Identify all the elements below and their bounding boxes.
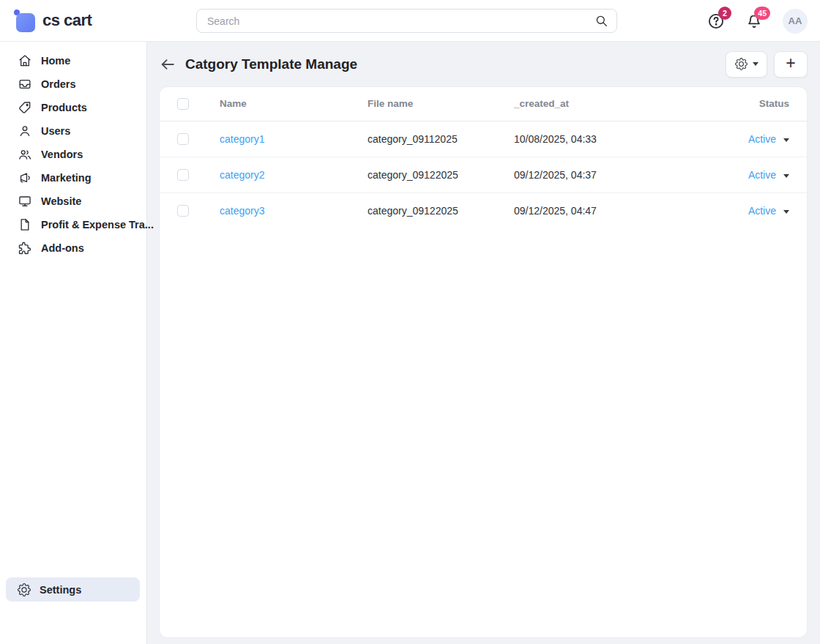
main-content: Catgory Template Manage +: [147, 42, 820, 644]
sidebar-item-label: Website: [41, 195, 81, 207]
home-icon: [18, 53, 32, 68]
app-root: cs cart 2: [0, 0, 820, 644]
orders-icon: [18, 77, 32, 91]
status-link[interactable]: Active: [748, 133, 776, 145]
search-icon[interactable]: [594, 14, 608, 28]
sidebar-item-label: Settings: [40, 584, 81, 596]
templates-table: Name File name _created_at Status catego…: [160, 87, 807, 228]
logo-text: cs cart: [42, 11, 92, 30]
user-icon: [18, 124, 32, 138]
sidebar-item-profit-expense[interactable]: Profit & Expense Tra...: [0, 213, 146, 236]
sidebar-item-website[interactable]: Website: [0, 190, 146, 213]
row-checkbox[interactable]: [177, 169, 189, 181]
status-chevron-down-icon[interactable]: [783, 174, 789, 178]
sidebar-item-label: Users: [41, 125, 70, 137]
help-button[interactable]: 2: [707, 12, 726, 31]
row-checkbox[interactable]: [177, 205, 189, 217]
sidebar-item-label: Vendors: [41, 149, 83, 160]
back-button[interactable]: [157, 54, 178, 75]
puzzle-icon: [18, 241, 32, 255]
table-row: category2 category_09122025 09/12/2025, …: [160, 157, 807, 192]
top-header: cs cart 2: [0, 0, 820, 42]
column-header-file-name: File name: [368, 87, 514, 121]
avatar[interactable]: AA: [783, 9, 808, 34]
sidebar-item-label: Marketing: [41, 172, 92, 184]
status-link[interactable]: Active: [748, 169, 776, 181]
sidebar-item-addons[interactable]: Add-ons: [0, 236, 146, 260]
sidebar-item-label: Products: [41, 102, 87, 113]
select-all-checkbox[interactable]: [177, 98, 189, 110]
add-button[interactable]: +: [774, 51, 808, 78]
document-icon: [18, 217, 32, 232]
category-link[interactable]: category1: [220, 133, 264, 145]
notifications-button[interactable]: 45: [745, 12, 764, 31]
file-name-cell: category_09122025: [368, 157, 514, 192]
search-input[interactable]: [196, 9, 617, 33]
status-link[interactable]: Active: [748, 205, 776, 217]
status-chevron-down-icon[interactable]: [783, 210, 789, 214]
file-name-cell: category_09122025: [368, 192, 514, 228]
created-at-cell: 09/12/2025, 04:47: [514, 192, 697, 228]
page-title: Catgory Template Manage: [185, 56, 357, 72]
table-card: Name File name _created_at Status catego…: [159, 86, 808, 638]
gear-menu-button[interactable]: [726, 51, 767, 78]
sidebar-item-label: Profit & Expense Tra...: [41, 219, 154, 231]
notifications-badge: 45: [754, 7, 770, 20]
sidebar-item-marketing[interactable]: Marketing: [0, 166, 146, 190]
sidebar-item-products[interactable]: Products: [0, 96, 146, 119]
column-header-name: Name: [220, 87, 368, 121]
tag-icon: [18, 100, 32, 115]
sidebar-item-orders[interactable]: Orders: [0, 72, 146, 96]
sidebar-item-users[interactable]: Users: [0, 119, 146, 143]
file-name-cell: category_09112025: [368, 121, 514, 157]
created-at-cell: 10/08/2025, 04:33: [514, 121, 697, 157]
column-header-created-at: _created_at: [514, 87, 697, 121]
sidebar-item-label: Orders: [41, 78, 76, 90]
cscart-logo-icon: [13, 9, 35, 32]
page-header: Catgory Template Manage +: [159, 42, 808, 86]
created-at-cell: 09/12/2025, 04:37: [514, 157, 697, 192]
arrow-left-icon: [160, 56, 176, 72]
sidebar-item-label: Add-ons: [41, 242, 84, 254]
logo-square: [16, 13, 35, 32]
chevron-down-icon: [753, 62, 758, 66]
users-icon: [18, 147, 32, 162]
sidebar-item-settings[interactable]: Settings: [6, 577, 140, 602]
cscart-logo[interactable]: cs cart: [0, 9, 147, 32]
row-checkbox[interactable]: [177, 133, 189, 145]
category-link[interactable]: category2: [220, 169, 264, 181]
table-row: category3 category_09122025 09/12/2025, …: [160, 192, 807, 228]
help-badge: 2: [718, 7, 731, 20]
sidebar-item-vendors[interactable]: Vendors: [0, 143, 146, 166]
gear-icon: [735, 58, 748, 70]
table-header-row: Name File name _created_at Status: [160, 87, 807, 121]
page-actions: +: [726, 51, 808, 78]
sidebar-item-label: Home: [41, 55, 70, 67]
table-row: category1 category_09112025 10/08/2025, …: [160, 121, 807, 157]
monitor-icon: [18, 194, 32, 209]
global-search: [196, 9, 617, 33]
status-chevron-down-icon[interactable]: [783, 138, 789, 142]
column-header-status: Status: [697, 87, 807, 121]
sidebar: Home Orders Products: [0, 42, 147, 644]
category-link[interactable]: category3: [220, 205, 264, 217]
sidebar-item-home[interactable]: Home: [0, 49, 146, 72]
topbar-right: 2 45 AA: [707, 0, 808, 42]
gear-icon: [18, 583, 31, 596]
megaphone-icon: [18, 171, 32, 185]
